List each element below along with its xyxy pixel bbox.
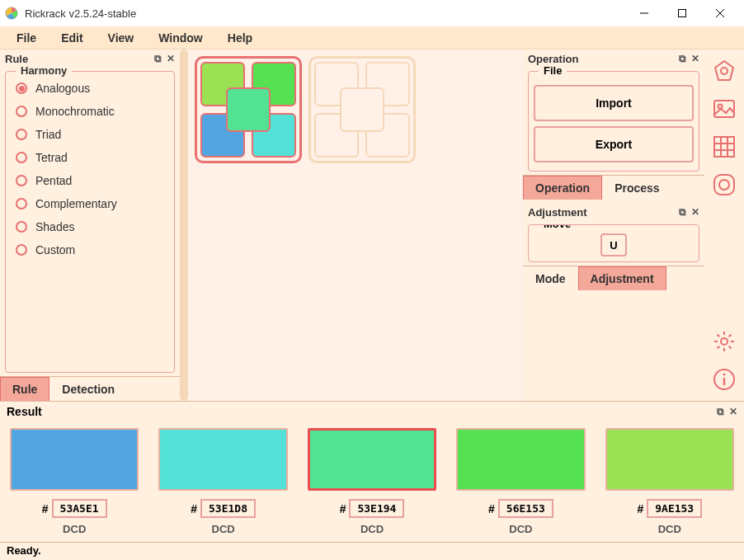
color-swatch[interactable]	[10, 428, 139, 491]
color-swatch[interactable]	[308, 428, 436, 491]
image-icon[interactable]	[709, 94, 739, 124]
menu-edit[interactable]: Edit	[49, 28, 94, 48]
palette-preview-active[interactable]	[195, 56, 302, 163]
radio-analogous[interactable]: Analogous	[6, 77, 174, 100]
close-icon[interactable]: ✕	[691, 206, 699, 218]
svg-point-18	[723, 374, 726, 376]
harmony-legend: Harmony	[16, 64, 72, 77]
menu-help[interactable]: Help	[216, 28, 264, 48]
palette-preview-empty[interactable]	[308, 56, 416, 163]
radio-triad[interactable]: Triad	[6, 123, 174, 146]
result-panel: Result ⧉ ✕ # 53A5E1DCD# 53E1D8DCD# 53E19…	[0, 401, 744, 542]
radio-complementary[interactable]: Complementary	[6, 192, 174, 215]
hex-value[interactable]: 9AE153	[647, 499, 702, 518]
result-swatch[interactable]: # 53E194DCD	[308, 428, 436, 535]
detach-icon[interactable]: ⧉	[679, 206, 686, 218]
adjustment-title: Adjustment	[528, 206, 679, 219]
svg-rect-2	[679, 10, 686, 17]
svg-point-6	[721, 68, 728, 74]
move-legend: Move	[539, 224, 576, 230]
file-legend: File	[539, 64, 567, 77]
result-swatch[interactable]: # 9AE153DCD	[605, 428, 734, 535]
svg-marker-5	[715, 61, 733, 80]
tab-detection[interactable]: Detection	[49, 377, 127, 401]
color-swatch[interactable]	[605, 428, 734, 491]
menu-view[interactable]: View	[97, 28, 146, 48]
result-swatch[interactable]: # 56E153DCD	[456, 428, 585, 535]
file-group: File Import Export	[528, 71, 699, 172]
svg-point-8	[718, 105, 723, 109]
detach-icon[interactable]: ⧉	[717, 406, 724, 417]
hex-value[interactable]: 53E1D8	[200, 499, 256, 518]
close-icon[interactable]: ✕	[691, 53, 699, 64]
result-swatch[interactable]: # 53E1D8DCD	[158, 428, 287, 535]
maximize-button[interactable]	[663, 0, 701, 26]
operation-tabs: Operation Process	[523, 175, 704, 200]
close-icon[interactable]: ✕	[167, 53, 175, 64]
gear-icon[interactable]	[709, 327, 739, 356]
close-button[interactable]	[701, 0, 739, 26]
svg-rect-14	[714, 175, 734, 195]
tool-sidebar	[704, 49, 744, 401]
tab-operation[interactable]: Operation	[523, 176, 602, 200]
radio-custom[interactable]: Custom	[6, 238, 174, 261]
hex-value[interactable]: 53A5E1	[52, 499, 107, 518]
hex-value[interactable]: 56E153	[498, 499, 553, 518]
detach-icon[interactable]: ⧉	[679, 53, 686, 64]
harmony-group: Harmony Analogous Monochromatic Triad Te…	[5, 71, 175, 373]
rgb-label: DCD	[360, 523, 384, 535]
board-icon[interactable]	[709, 170, 739, 200]
window-title: Rickrack v2.5.24-stable	[25, 7, 625, 20]
rule-panel: Rule ⧉ ✕ Harmony Analogous Monochromatic…	[0, 49, 180, 401]
close-icon[interactable]: ✕	[729, 406, 737, 417]
wheel-icon[interactable]	[709, 56, 739, 86]
radio-monochromatic[interactable]: Monochromatic	[6, 100, 174, 123]
rule-panel-title: Rule	[5, 53, 154, 65]
menu-window[interactable]: Window	[147, 28, 214, 48]
radio-shades[interactable]: Shades	[6, 215, 174, 238]
rule-tabs: Rule Detection	[0, 376, 180, 401]
hex-value[interactable]: 53E194	[349, 499, 404, 518]
tab-adjustment[interactable]: Adjustment	[578, 266, 666, 290]
rgb-label: DCD	[212, 523, 235, 535]
grid-icon[interactable]	[709, 132, 739, 162]
minimize-button[interactable]	[625, 0, 663, 26]
app-logo-icon	[5, 7, 18, 20]
rgb-label: DCD	[63, 523, 86, 535]
result-title: Result	[7, 405, 717, 418]
titlebar: Rickrack v2.5.24-stable	[0, 0, 744, 26]
color-swatch[interactable]	[456, 428, 585, 491]
rgb-label: DCD	[658, 523, 681, 535]
radio-pentad[interactable]: Pentad	[6, 169, 174, 192]
move-group: Move U	[528, 224, 699, 262]
rgb-label: DCD	[509, 523, 532, 535]
menubar: File Edit View Window Help	[0, 26, 744, 49]
export-button[interactable]: Export	[534, 126, 694, 162]
canvas-area[interactable]	[188, 49, 523, 401]
scrollbar[interactable]	[180, 49, 188, 401]
status-bar: Ready.	[0, 542, 744, 560]
tab-rule[interactable]: Rule	[0, 377, 49, 401]
preview-swatch-center	[226, 87, 271, 132]
svg-rect-9	[714, 137, 734, 157]
svg-point-16	[721, 338, 728, 345]
operation-panel: Operation ⧉ ✕ File Import Export Operati…	[523, 49, 704, 401]
detach-icon[interactable]: ⧉	[154, 53, 162, 64]
adjustment-tabs: Mode Adjustment	[523, 266, 704, 290]
result-swatch[interactable]: # 53A5E1DCD	[10, 428, 139, 535]
menu-file[interactable]: File	[5, 28, 48, 48]
info-icon[interactable]	[709, 365, 739, 394]
move-up-button[interactable]: U	[600, 233, 627, 256]
import-button[interactable]: Import	[534, 85, 694, 121]
color-swatch[interactable]	[158, 428, 287, 491]
radio-tetrad[interactable]: Tetrad	[6, 146, 174, 169]
operation-title: Operation	[528, 53, 679, 65]
tab-mode[interactable]: Mode	[523, 266, 578, 290]
tab-process[interactable]: Process	[602, 176, 671, 200]
svg-point-15	[719, 180, 729, 190]
